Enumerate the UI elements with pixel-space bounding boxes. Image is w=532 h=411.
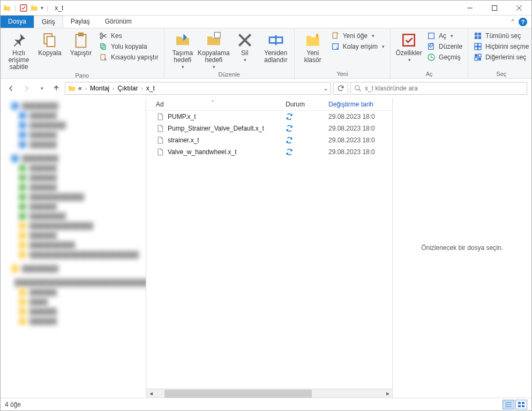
edit-button[interactable]: Düzenle [425,42,464,51]
scissors-icon [99,32,108,40]
paste-button[interactable]: Yapıştır [66,29,96,57]
svg-rect-32 [518,402,521,404]
file-row[interactable]: strainer.x_t29.08.2023 18:0 [146,134,392,146]
svg-rect-27 [475,54,477,57]
item-count: 4 öğe [5,401,21,408]
paste-shortcut-label: Kısayolu yapıştır [111,54,159,61]
svg-rect-13 [333,33,337,39]
column-header-status[interactable]: Durum [286,101,328,108]
breadcrumb-item[interactable]: x_t [146,85,155,92]
column-header-name[interactable]: Ad ⌃ [146,101,286,108]
group-organize: Taşıma hedefi▾ Kopyalama hedefi▾ Sil▾ Ye… [164,28,295,78]
file-row[interactable]: Valve_w_handwheel.x_t29.08.2023 18:0 [146,146,392,158]
delete-button[interactable]: Sil▾ [230,29,260,63]
new-folder-label: Yeni klasör [298,50,328,64]
horizontal-scrollbar[interactable]: ◂ ▸ [146,389,392,398]
new-item-button[interactable]: Yeni öğe▾ [329,32,387,40]
close-button[interactable] [507,1,531,16]
svg-rect-28 [478,54,481,57]
copy-to-button[interactable]: Kopyalama hedefi▾ [199,29,229,70]
svg-rect-20 [478,33,481,35]
new-folder-button[interactable]: Yeni klasör [298,29,328,64]
breadcrumb-item[interactable]: Çıktılar [117,85,138,92]
open-button[interactable]: Aç▾ [425,32,464,40]
easy-access-label: Kolay erişim [343,43,378,50]
back-button[interactable] [5,82,18,95]
invert-selection-button[interactable]: Diğerlerini seç [471,53,531,62]
move-to-label: Taşıma hedefi [168,50,198,64]
open-label: Aç [439,32,446,40]
properties-button[interactable]: Özellikler▾ [394,29,424,63]
navigation-pane[interactable]: ████████ ██████ ████████ ██████ ██████ █… [1,98,146,398]
paste-icon [72,32,89,49]
svg-rect-33 [522,402,524,404]
easy-access-button[interactable]: Kolay erişim▾ [329,42,387,51]
tab-home[interactable]: Giriş [34,16,63,28]
folder-icon [68,84,76,93]
tab-file[interactable]: Dosya [1,16,34,28]
forward-button[interactable] [20,82,33,95]
pin-to-quick-access-button[interactable]: Hızlı erişime sabitle [4,29,34,71]
sync-icon [286,148,293,156]
thumbnails-view-button[interactable] [515,400,527,409]
group-open: Özellikler▾ Aç▾ Düzenle Geçmiş Aç [391,28,468,78]
collapse-ribbon-icon[interactable]: ⌃ [510,18,515,26]
address-dropdown-icon[interactable]: ⌄ [323,85,328,92]
recent-locations-button[interactable]: ▾ [35,82,48,95]
invert-selection-label: Diğerlerini seç [485,54,526,61]
column-header-date[interactable]: Değiştirme tarih [328,101,392,108]
rename-button[interactable]: Yeniden adlandır [261,29,291,64]
breadcrumb-overflow[interactable]: « [78,85,82,92]
details-view-button[interactable] [503,400,514,409]
select-all-button[interactable]: Tümünü seç [471,32,531,40]
copy-to-label: Kopyalama hedefi [198,50,230,64]
maximize-button[interactable] [482,1,507,16]
select-all-label: Tümünü seç [485,32,521,40]
tab-view[interactable]: Görünüm [98,16,139,28]
svg-rect-22 [478,36,481,39]
svg-rect-1 [492,5,497,10]
select-none-button[interactable]: Hiçbirini seçme [471,42,531,51]
copy-path-button[interactable]: Yolu kopyala [97,42,161,51]
file-row[interactable]: PUMP.x_t29.08.2023 18:0 [146,111,392,123]
quick-access-toolbar: | ▾ | [1,4,51,12]
help-icon[interactable]: ? [519,18,527,26]
file-name: PUMP.x_t [168,113,196,120]
search-box[interactable] [350,82,527,95]
group-open-label: Aç [394,70,464,78]
scrollbar-thumb[interactable] [164,390,312,398]
copy-button[interactable]: Kopyala [35,29,65,57]
tab-share[interactable]: Paylaş [63,16,98,28]
chevron-right-icon[interactable]: › [85,86,87,92]
minimize-button[interactable] [458,1,482,16]
svg-rect-21 [475,36,477,39]
separator: | [47,4,48,12]
file-icon [156,124,164,133]
scrollbar-left-arrow[interactable]: ◂ [146,390,155,397]
move-to-button[interactable]: Taşıma hedefi▾ [168,29,198,70]
file-list[interactable]: PUMP.x_t29.08.2023 18:0Pump_Strainer_Val… [146,111,392,389]
file-date: 29.08.2023 18:0 [328,125,392,132]
file-row[interactable]: Pump_Strainer_Valve_Default.x_t29.08.202… [146,123,392,134]
svg-rect-23 [475,43,477,46]
refresh-button[interactable] [333,82,348,95]
scrollbar-right-arrow[interactable]: ▸ [383,390,392,397]
copy-icon [41,32,58,49]
cut-button[interactable]: Kes [97,32,161,40]
svg-rect-16 [429,33,434,39]
history-button[interactable]: Geçmiş [425,53,464,62]
svg-rect-5 [79,33,83,36]
search-input[interactable] [365,85,523,92]
preview-pane: Önizlenecek bir dosya seçin. [392,98,531,398]
address-bar[interactable]: « › Montaj › Çıktılar › x_t ⌄ [65,82,331,95]
qat-dropdown-icon[interactable]: ▾ [41,5,43,11]
paste-shortcut-button[interactable]: Kısayolu yapıştır [97,53,161,62]
properties-quick-icon[interactable] [19,4,28,12]
chevron-right-icon[interactable]: › [141,86,143,92]
main-area: ████████ ██████ ████████ ██████ ██████ █… [1,98,531,398]
chevron-right-icon[interactable]: › [113,86,114,92]
group-new: Yeni klasör Yeni öğe▾ Kolay erişim▾ Yeni [295,28,391,78]
up-button[interactable] [50,82,63,95]
breadcrumb-item[interactable]: Montaj [90,85,109,92]
new-item-icon [331,32,340,40]
